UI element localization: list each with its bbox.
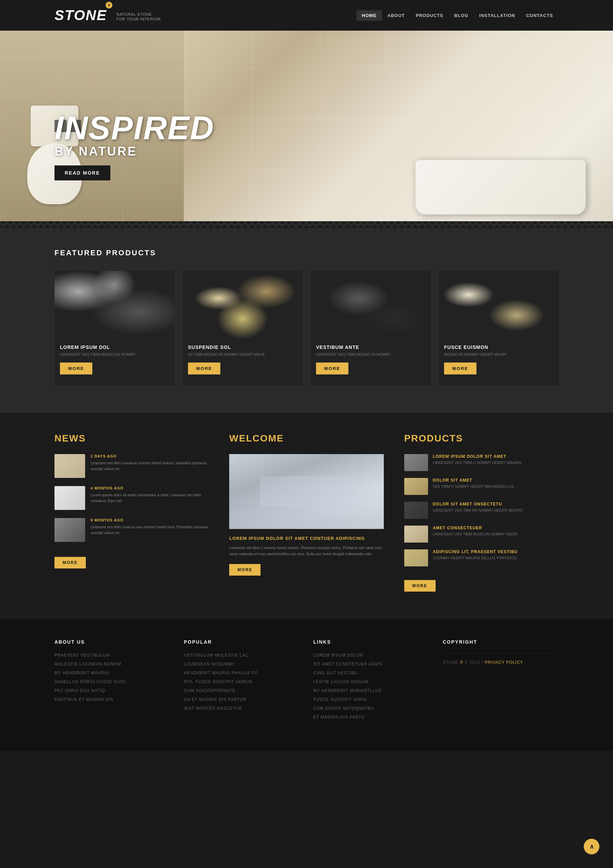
footer-about-link-4[interactable]: HASELLUS PORTA FUSCE SUSC [54,679,170,684]
product-item-desc-5: CUOMMY HEERIT MAURIS SELLUS PORTASCE [433,555,518,561]
product-image-2 [183,271,303,339]
footer-links-link-8[interactable]: ET MAGNIS DIS PARTU [313,715,429,719]
welcome-more-button[interactable]: MORE [229,564,261,576]
product-card-2: SUSPENDIE SOL ES TIBM MOEACUN NOMMY HEER… [183,271,303,385]
news-column: NEWS 2 DAYS AGO Liraesent ves tibm moeac… [54,433,209,592]
hero-title-sub: BY NATURE [54,144,214,159]
product-list-info-3: DOLOR SIT AMET ONSECTETU LIRAESENT VES T… [433,502,523,513]
product-image-4 [439,271,559,339]
product-info-2: SUSPENDIE SOL ES TIBM MOEACUN NOMMY HEER… [183,339,303,385]
three-column-section: NEWS 2 DAYS AGO Liraesent ves tibm moeac… [0,412,613,619]
product-desc-2: ES TIBM MOEACUN NOMMY HEERIT MAUE [188,352,297,357]
nav-installation[interactable]: INSTALLATION [474,10,520,21]
footer-popular-link-3[interactable]: HENDRERIT MAURIS PHALUS PO [184,671,300,675]
nav-home[interactable]: HOME [357,10,382,21]
featured-products-section: FEATURED PRODUCTS LOREM IPSUM DOL LIRAES… [0,228,613,412]
product-more-button-1[interactable]: MORE [60,363,92,374]
product-name-4: FUSCE EUISMON [444,344,553,350]
nav-contacts[interactable]: CONTACTS [521,10,559,21]
products-more-button[interactable]: MORE [404,580,436,592]
news-content-3: 9 MONTHS AGO Liraesent ves tibm moacus e… [91,518,209,535]
footer-col-links: LINKS LOREM IPSUM DOLOR SIT AMET CCNSTET… [313,639,429,724]
footer-links-link-7[interactable]: CUM SOCOS NATOQNATBU [313,706,429,711]
featured-section-title: FEATURED PRODUCTS [54,248,559,257]
product-desc-1: LIRAESENT VES TIBIM MOEACUN NOMMY [60,352,169,357]
logo-subtitle: NATURAL STONE FOR YOUR INTERIOR [116,12,161,22]
news-item-2: 4 MONTHS AGO Lorem ipsum dolor sit amet … [54,486,209,510]
footer-about-link-6[interactable]: ENATIBUS ET MAGNIS DIS [54,697,170,702]
product-mini-thumb-4 [404,525,428,542]
footer-about-link-3[interactable]: MY HENDRERIT MAURIS [54,671,170,675]
footer-about-link-2[interactable]: MOLESTIE LACINEAN NONUM [54,662,170,666]
product-name-3: VESTIBUM ANTE [316,344,425,350]
product-image-3 [310,271,430,339]
product-list-item-4: AMET CONSECTEUER LIRAESENT VES TBIM MOAC… [404,525,559,542]
news-date-2: 4 MONTHS AGO [91,486,209,490]
footer-col-popular: POPULAR VESTIBULUM MOLESTIE LAC LISAENEA… [184,639,300,724]
footer-popular-link-5[interactable]: CUM SOCIOSPORNATE [184,688,300,693]
product-info-4: FUSCE EUISMON MOEACUN NOMMY HEERIT MAURI… [439,339,559,385]
nav-about[interactable]: ABOUT [382,10,410,21]
news-content-2: 4 MONTHS AGO Lorem ipsum dolor sit amet … [91,486,209,504]
footer-grid: ABOUT US PRAESENT VESTIBULUM MOLESTIE LA… [54,639,559,724]
product-item-title-3: DOLOR SIT AMET ONSECTETU [433,502,523,507]
footer-links-link-3[interactable]: CING SLIT VESTIBU [313,671,429,675]
footer-copyright-badge: ® [460,660,463,665]
footer-links-link-5[interactable]: MY HENDRERIT MABIASTLLUS [313,688,429,693]
footer-popular-link-2[interactable]: LISAENEAN NCNUMMY [184,662,300,666]
footer-popular-link-1[interactable]: VESTIBULUM MOLESTIE LAC [184,653,300,658]
nav-products[interactable]: PRODUCTS [410,10,449,21]
product-desc-4: MOEACUN NOMMY HEERIT MAURI [444,352,553,357]
product-list-item-2: DOLOR SIT AMET VES TIBM C NOMMY HEERIT M… [404,478,559,495]
footer-popular-link-7[interactable]: IENT MONTES NASCETUR [184,706,300,711]
product-mini-thumb-2 [404,478,428,495]
product-name-2: SUSPENDIE SOL [188,344,297,350]
product-item-desc-4: LIRAESENT VES TBIM MOACUN NOMMY HEERI [433,532,518,537]
product-list-info-1: LOREM IPSUM DOLOR SIT AMET LIRAESENT VES… [433,454,521,465]
footer-about-link-1[interactable]: PRAESENT VESTIBULUM [54,653,170,658]
footer-links-link-1[interactable]: LOREM IPSUM DOLOR [313,653,429,658]
product-desc-3: LIRAESENT VES TIBM MOEACUN NOMMY [316,352,425,357]
product-item-desc-1: LIRAESENT VES TIBM C NOMMY HEERIT MAURIS [433,460,521,465]
product-item-title-4: AMET CONSECTEUER [433,525,518,530]
news-item-1: 2 DAYS AGO Liraesent ves tibm moeacun no… [54,454,209,478]
product-mini-thumb-1 [404,454,428,471]
hero-bathroom-bg [184,31,613,221]
welcome-column: WELCOME LOREM IPSUM DOLOR SIT AMET CONTU… [229,433,383,592]
footer-links-title: LINKS [313,639,429,645]
product-image-1 [54,271,174,339]
product-list-info-4: AMET CONSECTEUER LIRAESENT VES TBIM MOAC… [433,525,518,537]
hero-title-main: INSPIRED [54,112,214,144]
footer-popular-title: POPULAR [184,639,300,645]
footer-privacy-link[interactable]: PRIVACY POLICY [484,660,523,665]
product-item-title-2: DOLOR SIT AMET [433,478,514,483]
product-more-button-3[interactable]: MORE [316,363,348,374]
footer-col-copyright: COPYRIGHT STONE ® © 2013 • PRIVACY POLIC… [443,639,559,724]
news-text-2: Lorem ipsum dolor sit amet consectetur a… [91,492,209,504]
nav-blog[interactable]: BLOG [449,10,474,21]
product-name-1: LOREM IPSUM DOL [60,344,169,350]
news-text-1: Liraesent ves tibm moeacun nommy heerit … [91,460,209,471]
footer-links-link-6[interactable]: FUSCE SUSCIPIT VARIU [313,697,429,702]
footer-links-link-2[interactable]: SIT AMET CCNSTETUER ADIPS [313,662,429,666]
product-more-button-2[interactable]: MORE [188,363,220,374]
footer-about-title: ABOUT US [54,639,170,645]
footer-popular-link-6[interactable]: US ET MAGNIS DIS PARTUR [184,697,300,702]
news-date-3: 9 MONTHS AGO [91,518,209,522]
footer-links-link-4[interactable]: LESTIE LACUAN NONUM [313,679,429,684]
zigzag-border [0,221,613,228]
hero-content: INSPIRED BY NATURE READ MORE [54,112,214,180]
news-more-button[interactable]: MORE [54,557,86,569]
footer-about-link-5[interactable]: PKT VARIU EOS NATIQ [54,688,170,693]
product-info-1: LOREM IPSUM DOL LIRAESENT VES TIBIM MOEA… [54,339,174,385]
read-more-button[interactable]: READ MORE [54,166,110,180]
footer: ABOUT US PRAESENT VESTIBULUM MOLESTIE LA… [0,619,613,751]
footer-copyright-year: © 2013 • [465,660,483,665]
product-item-desc-3: LIRAESENT VES TBM NO NOMMY HEERIT MGURS [433,508,523,513]
product-more-button-4[interactable]: MORE [444,363,476,374]
footer-col-about: ABOUT US PRAESENT VESTIBULUM MOLESTIE LA… [54,639,170,724]
footer-popular-link-4[interactable]: RTA, FUSCE SUSCIPIT VARIUS [184,679,300,684]
product-card-4: FUSCE EUISMON MOEACUN NOMMY HEERIT MAURI… [439,271,559,385]
welcome-link[interactable]: LOREM IPSUM DOLOR SIT AMET CONTUER ADIPI… [229,536,383,541]
news-thumb-2 [54,486,85,510]
